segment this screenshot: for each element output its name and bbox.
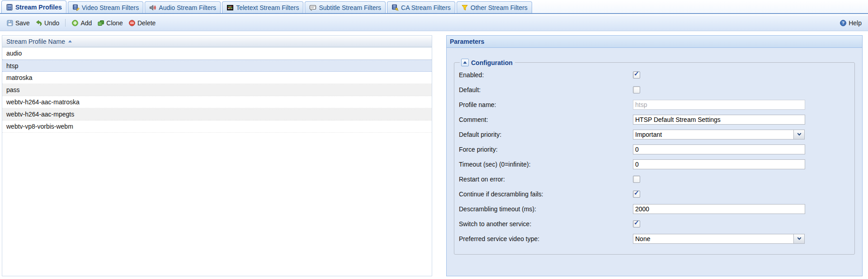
field-label: Restart on error: [459, 176, 633, 183]
tab-other-stream-filters[interactable]: Other Stream Filters [457, 1, 532, 13]
grid-row[interactable]: webtv-vp8-vorbis-webm [2, 121, 432, 133]
field-row: Default priority: [459, 127, 849, 142]
tab-label: Other Stream Filters [471, 4, 528, 11]
tab-ca-stream-filters[interactable]: CA Stream Filters [387, 1, 455, 13]
field-row: Profile name: [459, 97, 849, 112]
delete-button[interactable]: Delete [126, 18, 158, 28]
tab-label: CA Stream Filters [401, 4, 451, 11]
field-label: Timeout (sec) (0=infinite): [459, 161, 633, 168]
collapse-button[interactable] [461, 59, 469, 66]
grid-row[interactable]: matroska [2, 72, 432, 84]
clone-button[interactable]: Clone [94, 18, 126, 28]
tab-subtitle-stream-filters[interactable]: Subtitle Stream Filters [305, 1, 386, 13]
field-label: Default: [459, 86, 633, 93]
preferred-service-video-type-input[interactable] [633, 234, 794, 244]
comment-input[interactable] [633, 115, 805, 125]
help-button[interactable]: ? Help [837, 18, 864, 28]
default-priority-combobox [633, 130, 805, 140]
add-icon [71, 19, 79, 27]
field-label: Preferred service video type: [459, 235, 633, 242]
continue-if-descrambling-fails-checkbox[interactable] [633, 191, 640, 198]
tab-label: Stream Profiles [15, 4, 62, 11]
grid-row[interactable]: htsp [2, 60, 432, 72]
save-button[interactable]: Save [4, 18, 33, 28]
grid-row-label: htsp [6, 62, 18, 70]
toolbar-button-label: Undo [44, 19, 59, 27]
tab-audio-stream-filters[interactable]: Audio Stream Filters [145, 1, 221, 13]
descrambling-timeout-ms-input[interactable] [633, 204, 805, 214]
undo-button[interactable]: Undo [33, 18, 62, 28]
toolbar-button-label: Clone [106, 19, 123, 27]
switch-to-another-service-checkbox[interactable] [633, 220, 640, 228]
field-row: Continue if descrambling fails: [459, 186, 849, 201]
field-label: Force priority: [459, 146, 633, 153]
preferred-service-video-type-combobox [633, 234, 805, 244]
chevron-down-icon[interactable] [794, 234, 805, 244]
configuration-legend: Configuration [460, 59, 515, 66]
stream-profile-grid: Stream Profile Name audiohtspmatroskapas… [2, 35, 432, 276]
grid-row-label: matroska [6, 74, 33, 81]
field-label: Default priority: [459, 131, 633, 138]
grid-row[interactable]: webtv-h264-aac-matroska [2, 96, 432, 108]
film-icon [6, 4, 13, 11]
profile-name-input[interactable] [633, 100, 805, 110]
tab-bar: Stream ProfilesVideo Stream FiltersAudio… [0, 0, 868, 14]
column-header-label: Stream Profile Name [6, 38, 65, 45]
sort-asc-icon [68, 40, 72, 42]
configuration-title: Configuration [471, 59, 513, 66]
add-button[interactable]: Add [69, 18, 94, 28]
field-row: Comment: [459, 112, 849, 127]
field-row: Force priority: [459, 142, 849, 157]
grid-body: audiohtspmatroskapasswebtv-h264-aac-matr… [2, 47, 432, 133]
field-row: Preferred service video type: [459, 231, 849, 246]
toolbar-button-label: Delete [137, 19, 156, 27]
help-button-label: Help [849, 19, 862, 27]
force-priority-input[interactable] [633, 144, 805, 154]
default-priority-input[interactable] [633, 130, 794, 140]
toolbar-button-label: Save [15, 19, 30, 27]
default-checkbox[interactable] [633, 86, 640, 93]
parameters-body: Configuration Enabled:Default:Profile na… [447, 48, 862, 255]
toolbar-buttons: SaveUndoAddCloneDelete [4, 18, 158, 28]
app-window: Stream ProfilesVideo Stream FiltersAudio… [0, 0, 868, 279]
tab-label: Audio Stream Filters [159, 4, 216, 11]
timeout-sec-0-infinite-input[interactable] [633, 159, 805, 169]
field-label: Switch to another service: [459, 220, 633, 228]
film-edit-icon [72, 4, 80, 11]
clone-icon [97, 19, 104, 27]
grid-row[interactable]: webtv-h264-aac-mpegts [2, 108, 432, 121]
grid-row[interactable]: audio [2, 47, 432, 60]
field-label: Continue if descrambling fails: [459, 191, 633, 198]
svg-text:?: ? [842, 20, 844, 25]
funnel-icon [461, 4, 468, 11]
tab-teletext-stream-filters[interactable]: Teletext Stream Filters [222, 1, 303, 13]
tab-label: Teletext Stream Filters [236, 4, 299, 11]
field-row: Timeout (sec) (0=infinite): [459, 157, 849, 172]
chevron-up-icon [463, 60, 467, 65]
column-header-stream-profile-name[interactable]: Stream Profile Name [2, 36, 432, 47]
grid-row-label: webtv-vp8-vorbis-webm [6, 123, 73, 130]
tab-video-stream-filters[interactable]: Video Stream Filters [68, 1, 144, 13]
field-row: Restart on error: [459, 172, 849, 186]
toolbar-separator [65, 19, 66, 27]
field-label: Profile name: [459, 101, 633, 108]
grid-row[interactable]: pass [2, 84, 432, 96]
help-icon: ? [840, 19, 847, 27]
tab-stream-profiles[interactable]: Stream Profiles [1, 0, 66, 13]
subtitle-icon [309, 4, 316, 11]
parameters-panel-header: Parameters [447, 36, 862, 48]
grid-row-label: pass [6, 86, 20, 93]
undo-icon [35, 19, 42, 27]
enabled-checkbox[interactable] [633, 71, 640, 79]
teletext-icon [226, 4, 234, 11]
field-label: Comment: [459, 116, 633, 123]
parameters-title: Parameters [450, 38, 484, 45]
field-label: Enabled: [459, 71, 633, 79]
delete-icon [128, 19, 136, 27]
grid-row-label: webtv-h264-aac-matroska [6, 98, 80, 106]
field-row: Descrambling timeout (ms): [459, 201, 849, 216]
restart-on-error-checkbox[interactable] [633, 176, 640, 183]
chevron-down-icon[interactable] [794, 130, 805, 140]
speaker-icon [149, 4, 156, 11]
toolbar: SaveUndoAddCloneDelete ? Help [0, 15, 868, 31]
